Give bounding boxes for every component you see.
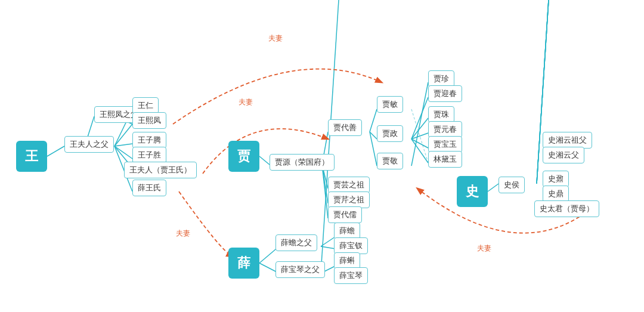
svg-line-22: [411, 82, 428, 166]
node-jzheng[interactable]: 贾政: [377, 125, 403, 142]
svg-line-4: [114, 146, 132, 159]
node-wxf[interactable]: 王熙凤: [132, 112, 166, 129]
node-jyingchun[interactable]: 贾迎春: [428, 85, 462, 102]
node-wang[interactable]: 王: [16, 141, 47, 172]
node-wzsheng[interactable]: 王子胜: [132, 147, 166, 163]
node-xbqzf[interactable]: 薛宝琴之父: [275, 261, 325, 278]
node-jmin[interactable]: 贾敏: [377, 96, 403, 113]
svg-line-2: [114, 124, 132, 146]
svg-line-21: [411, 139, 428, 163]
node-jyuan[interactable]: 贾源（荣国府）: [270, 154, 335, 171]
node-shi[interactable]: 史: [457, 176, 488, 207]
svg-line-20: [411, 139, 428, 148]
family-tree-canvas: 夫妻 夫妻 夫妻 夫妻 王 贾 史 薛 王夫人之父 王熙凤之父 王仁 王熙凤 王…: [0, 0, 644, 312]
node-xbaochai[interactable]: 薛宝钗: [334, 237, 368, 254]
node-xbaoqin[interactable]: 薛宝琴: [334, 267, 368, 284]
svg-line-23: [411, 109, 428, 163]
svg-line-24: [411, 97, 428, 139]
node-xcdz[interactable]: 薛蟾之父: [275, 234, 317, 251]
node-lindy[interactable]: 林黛玉: [428, 151, 462, 168]
node-wfzf[interactable]: 王夫人之父: [64, 136, 114, 153]
svg-line-0: [47, 146, 64, 156]
node-xke[interactable]: 薛蝌: [334, 252, 360, 269]
node-wren[interactable]: 王仁: [132, 97, 159, 114]
node-jzhen[interactable]: 贾珍: [428, 70, 454, 87]
node-jdai[interactable]: 贾代善: [328, 119, 362, 136]
svg-text:夫妻: 夫妻: [176, 229, 190, 237]
node-jdai2[interactable]: 贾代儒: [328, 206, 362, 223]
node-shliang[interactable]: 史鼐: [543, 171, 569, 187]
svg-line-19: [411, 133, 428, 139]
svg-text:夫妻: 夫妻: [239, 98, 253, 106]
svg-line-25: [488, 184, 499, 191]
node-shxy[interactable]: 史湘云父: [543, 147, 584, 163]
svg-line-17: [370, 132, 377, 166]
svg-text:夫妻: 夫妻: [477, 244, 491, 252]
node-xchan[interactable]: 薛蟾: [334, 223, 360, 239]
svg-line-3: [114, 144, 132, 146]
node-wfr[interactable]: 王夫人（贾王氏）: [124, 162, 197, 178]
node-shxyyf[interactable]: 史湘云祖父: [543, 132, 592, 149]
svg-line-14: [322, 165, 328, 218]
node-jjing[interactable]: 贾敬: [377, 153, 403, 169]
svg-line-15: [370, 109, 377, 132]
svg-line-16: [370, 132, 377, 139]
svg-text:夫妻: 夫妻: [268, 34, 283, 42]
svg-line-10: [259, 156, 270, 165]
svg-line-13: [322, 165, 328, 203]
node-jbaoyu[interactable]: 贾宝玉: [428, 136, 462, 153]
node-shding[interactable]: 史鼎: [543, 186, 569, 202]
node-shtj[interactable]: 史太君（贾母）: [534, 200, 599, 217]
node-shihou[interactable]: 史侯: [499, 177, 525, 193]
node-jfzz[interactable]: 贾芹之祖: [328, 191, 370, 208]
node-jzhu[interactable]: 贾珠: [428, 106, 454, 123]
node-xwz[interactable]: 薛王氏: [132, 180, 166, 196]
node-wzpeng[interactable]: 王子腾: [132, 132, 166, 149]
node-jyuanchun[interactable]: 贾元春: [428, 121, 462, 138]
svg-line-18: [411, 118, 428, 139]
node-xue[interactable]: 薛: [228, 248, 259, 279]
node-jia[interactable]: 贾: [228, 141, 259, 172]
node-jyzz[interactable]: 贾芸之祖: [328, 177, 370, 193]
